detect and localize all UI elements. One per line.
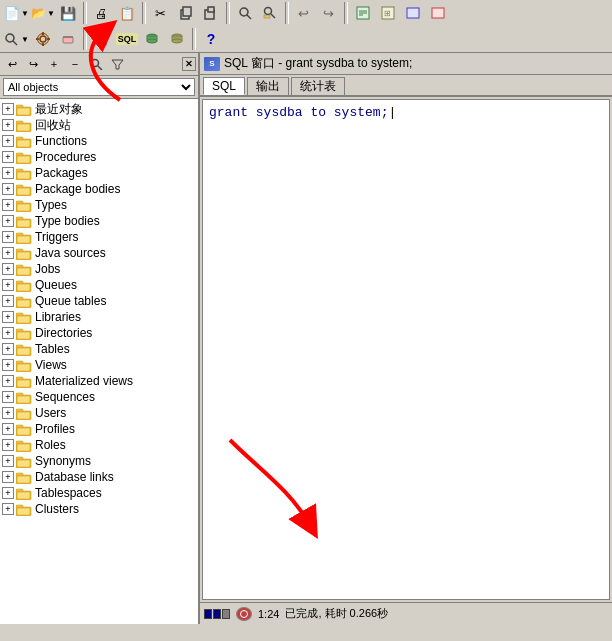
expand-icon-triggers[interactable]: + [2,231,14,243]
help-btn[interactable]: ? [199,28,223,50]
paste-btn[interactable] [199,2,223,24]
expand-icon-jobs[interactable]: + [2,263,14,275]
tree-item-recent[interactable]: + 最近对象 [0,101,198,117]
undo-btn[interactable]: ↩ [292,2,316,24]
tree-item-sequences[interactable]: + Sequences [0,389,198,405]
open-btn[interactable]: 📂▼ [31,2,55,24]
sql-connect-btn[interactable]: SQL [115,28,139,50]
expand-icon-mat-views[interactable]: + [2,375,14,387]
tree-label-users: Users [35,405,66,421]
tree-item-triggers[interactable]: + Triggers [0,229,198,245]
expand-icon-functions[interactable]: + [2,135,14,147]
expand-icon-sequences[interactable]: + [2,391,14,403]
tree-item-directories[interactable]: + Directories [0,325,198,341]
tree-item-jobs[interactable]: + Jobs [0,261,198,277]
svg-rect-90 [16,377,23,380]
tree-item-synonyms[interactable]: + Synonyms [0,453,198,469]
tree-label-database-links: Database links [35,469,114,485]
svg-point-34 [172,39,182,43]
person-btn[interactable] [90,28,114,50]
tree-container[interactable]: + 最近对象+ 回收站+ Functions+ Procedures+ Pack… [0,99,198,624]
tree-item-clusters[interactable]: + Clusters [0,501,198,517]
expand-icon-roles[interactable]: + [2,439,14,451]
redo-btn[interactable]: ↪ [317,2,341,24]
filter-obj-btn[interactable] [107,55,127,73]
expand-icon-users[interactable]: + [2,407,14,419]
tree-item-package-bodies[interactable]: + Package bodies [0,181,198,197]
tree-item-profiles[interactable]: + Profiles [0,421,198,437]
expand-icon-types[interactable]: + [2,199,14,211]
eraser-btn[interactable] [56,28,80,50]
svg-rect-54 [16,185,23,188]
new-dropdown-btn[interactable]: 📄 ▼ [3,2,30,24]
expand-icon-libraries[interactable]: + [2,311,14,323]
expand-icon-queues[interactable]: + [2,279,14,291]
tab-stats[interactable]: 统计表 [291,77,345,95]
preview-btn[interactable]: 📋 [115,2,139,24]
expand-icon-directories[interactable]: + [2,327,14,339]
expand-icon-database-links[interactable]: + [2,471,14,483]
expand-icon-java-sources[interactable]: + [2,247,14,259]
nav-minus-btn[interactable]: − [65,55,85,73]
tree-item-functions[interactable]: + Functions [0,133,198,149]
nav-up-btn[interactable]: + [44,55,64,73]
expand-icon-type-bodies[interactable]: + [2,215,14,227]
svg-rect-24 [47,38,50,40]
panel-close-btn[interactable]: ✕ [182,57,196,71]
tree-item-type-bodies[interactable]: + Type bodies [0,213,198,229]
extra4-btn[interactable] [426,2,450,24]
svg-rect-100 [17,428,30,435]
expand-icon-recycle[interactable]: + [2,119,14,131]
expand-icon-procedures[interactable]: + [2,151,14,163]
expand-icon-queue-tables[interactable]: + [2,295,14,307]
search-dropdown-btn[interactable]: ▼ [3,28,30,50]
print-btn[interactable]: 🖨 [90,2,114,24]
nav-forward-btn[interactable]: ↪ [23,55,43,73]
extra3-btn[interactable] [401,2,425,24]
tree-item-tablespaces[interactable]: + Tablespaces [0,485,198,501]
db-btn2[interactable] [165,28,189,50]
save-btn[interactable]: 💾 [56,2,80,24]
tree-item-users[interactable]: + Users [0,405,198,421]
expand-icon-profiles[interactable]: + [2,423,14,435]
expand-icon-package-bodies[interactable]: + [2,183,14,195]
tree-item-queue-tables[interactable]: + Queue tables [0,293,198,309]
cut-btn[interactable]: ✂ [149,2,173,24]
code-content[interactable]: grant sysdba to system; [209,104,603,122]
tree-item-views[interactable]: + Views [0,357,198,373]
tab-output[interactable]: 输出 [247,77,289,95]
object-type-select[interactable]: All objects [3,78,195,96]
tree-item-recycle[interactable]: + 回收站 [0,117,198,133]
expand-icon-views[interactable]: + [2,359,14,371]
svg-point-28 [97,41,107,46]
tab-sql[interactable]: SQL [203,77,245,95]
code-editor[interactable]: grant sysdba to system; [202,99,610,600]
tree-item-roles[interactable]: + Roles [0,437,198,453]
expand-icon-tablespaces[interactable]: + [2,487,14,499]
nav-back-btn[interactable]: ↩ [2,55,22,73]
tree-item-tables[interactable]: + Tables [0,341,198,357]
folder-icon-users [16,406,32,420]
find-obj-btn[interactable] [86,55,106,73]
tree-item-packages[interactable]: + Packages [0,165,198,181]
tree-item-queues[interactable]: + Queues [0,277,198,293]
tree-item-database-links[interactable]: + Database links [0,469,198,485]
extra1-btn[interactable] [351,2,375,24]
db-add-btn[interactable] [140,28,164,50]
find-replace-btn[interactable] [233,2,257,24]
tree-item-mat-views[interactable]: + Materialized views [0,373,198,389]
expand-icon-clusters[interactable]: + [2,503,14,515]
find-btn[interactable] [258,2,282,24]
expand-icon-recent[interactable]: + [2,103,14,115]
expand-icon-synonyms[interactable]: + [2,455,14,467]
tree-item-types[interactable]: + Types [0,197,198,213]
expand-icon-tables[interactable]: + [2,343,14,355]
expand-icon-packages[interactable]: + [2,167,14,179]
tree-item-procedures[interactable]: + Procedures [0,149,198,165]
tree-item-java-sources[interactable]: + Java sources [0,245,198,261]
tree-item-libraries[interactable]: + Libraries [0,309,198,325]
object-selector[interactable]: All objects [0,76,198,99]
gear-btn[interactable] [31,28,55,50]
copy-btn[interactable] [174,2,198,24]
extra2-btn[interactable]: ⊞ [376,2,400,24]
